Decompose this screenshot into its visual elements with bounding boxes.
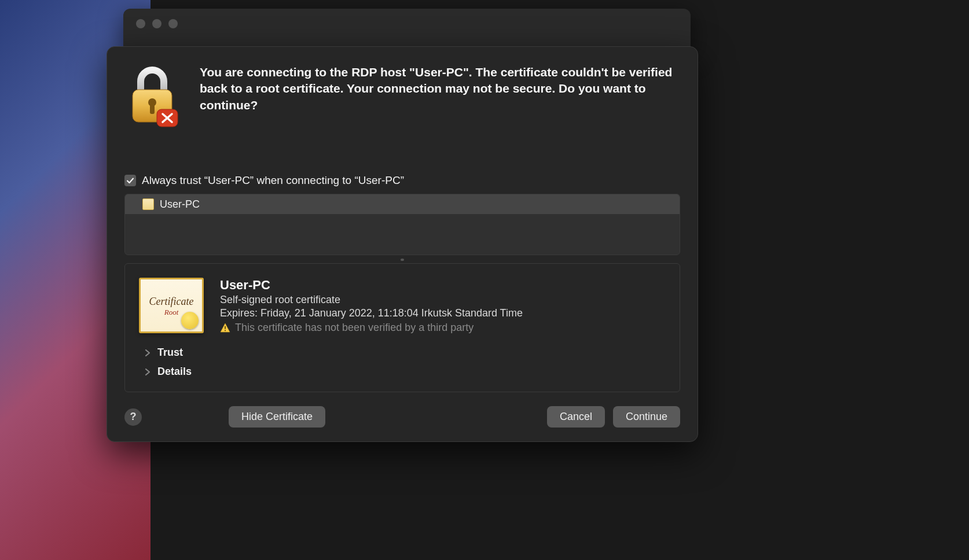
disclosure-trust[interactable]: Trust xyxy=(139,343,666,362)
disclosure-details[interactable]: Details xyxy=(139,362,666,381)
always-trust-label: Always trust “User-PC” when connecting t… xyxy=(142,174,404,187)
svg-point-5 xyxy=(225,330,226,331)
split-grip[interactable] xyxy=(124,256,680,263)
certificate-type: Self-signed root certificate xyxy=(220,294,666,306)
certificate-expires: Expires: Friday, 21 January 2022, 11:18:… xyxy=(220,307,666,319)
lock-rdp-icon xyxy=(124,64,180,128)
warning-icon xyxy=(220,323,230,333)
always-trust-row: Always trust “User-PC” when connecting t… xyxy=(124,174,680,187)
svg-rect-2 xyxy=(150,105,155,114)
dialog-message: You are connecting to the RDP host "User… xyxy=(200,64,680,113)
certificate-list[interactable]: User-PC xyxy=(124,194,680,255)
certificate-info-row: Certificate Root User-PC Self-signed roo… xyxy=(139,278,666,334)
seal-icon xyxy=(181,312,199,329)
certificate-large-icon: Certificate Root xyxy=(139,278,204,333)
parent-window-titlebar xyxy=(123,9,691,49)
chevron-right-icon xyxy=(145,368,151,376)
svg-rect-4 xyxy=(225,326,226,329)
window-minimize-button[interactable] xyxy=(152,19,162,28)
grip-icon xyxy=(401,259,404,261)
disclosure-details-label: Details xyxy=(157,366,192,378)
window-traffic-lights xyxy=(123,9,691,28)
hide-certificate-button[interactable]: Hide Certificate xyxy=(229,406,325,428)
certificate-details-panel: Certificate Root User-PC Self-signed roo… xyxy=(124,263,680,392)
window-zoom-button[interactable] xyxy=(168,19,178,28)
certificate-warning-row: This certificate has not been verified b… xyxy=(220,322,666,334)
certificate-trust-dialog: You are connecting to the RDP host "User… xyxy=(107,46,698,442)
continue-button[interactable]: Continue xyxy=(613,406,680,428)
always-trust-checkbox[interactable] xyxy=(124,175,136,186)
help-button[interactable]: ? xyxy=(124,408,142,426)
certificate-info-text: User-PC Self-signed root certificate Exp… xyxy=(220,278,666,334)
certificate-list-item[interactable]: User-PC xyxy=(125,194,680,214)
window-close-button[interactable] xyxy=(136,19,145,28)
certificate-name: User-PC xyxy=(220,278,666,293)
dialog-footer: ? Hide Certificate Cancel Continue xyxy=(124,406,680,428)
certificate-warning-text: This certificate has not been verified b… xyxy=(235,322,474,334)
disclosure-trust-label: Trust xyxy=(157,347,183,359)
certificate-small-icon xyxy=(142,198,154,210)
cancel-button[interactable]: Cancel xyxy=(547,406,605,428)
chevron-right-icon xyxy=(145,349,151,357)
dialog-header: You are connecting to the RDP host "User… xyxy=(124,64,680,128)
certificate-list-item-label: User-PC xyxy=(160,198,200,211)
